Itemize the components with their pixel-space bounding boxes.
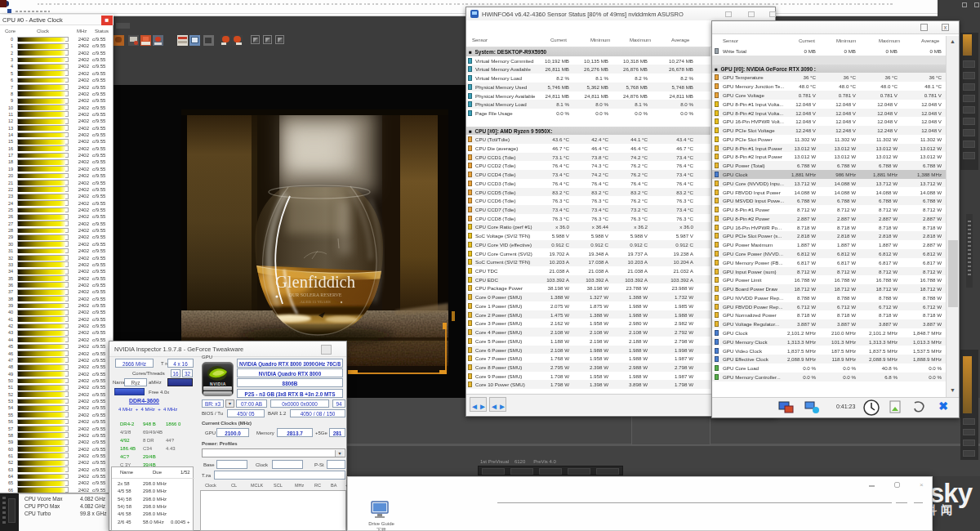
svg-text:OUR SOLERA RESERVE: OUR SOLERA RESERVE <box>289 292 342 297</box>
svg-text:AGED 15 YEARS: AGED 15 YEARS <box>300 300 331 304</box>
svg-text:Glenfiddich: Glenfiddich <box>275 273 355 291</box>
